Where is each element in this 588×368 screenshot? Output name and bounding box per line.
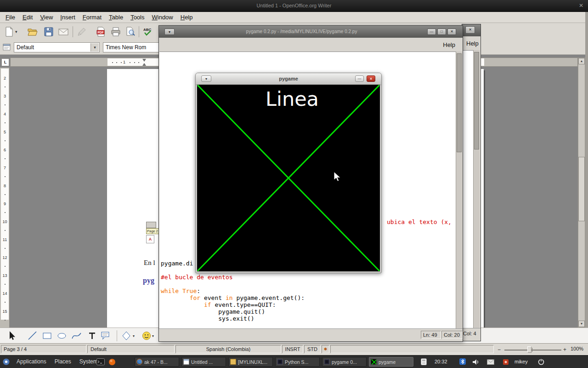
spellcheck-icon[interactable]: ABC — [142, 26, 153, 37]
close-icon[interactable]: ✕ — [579, 2, 583, 9]
network-status-icon[interactable] — [503, 359, 509, 365]
document-modified-icon[interactable]: ✱ — [322, 345, 329, 353]
scrollbar-thumb[interactable] — [474, 52, 479, 150]
code-line: sys.exit() — [161, 315, 305, 322]
ruler-tick — [5, 248, 6, 249]
menu-tools[interactable]: Tools — [127, 12, 148, 23]
menu-view[interactable]: View — [36, 12, 57, 23]
editor-titlebar[interactable]: ▾ pygame 0.2.py - /media/MYLINUXLIVE/pyg… — [159, 26, 463, 38]
smiley-dropdown-icon[interactable]: ▾ — [152, 334, 154, 338]
background-editor-menu-help[interactable]: Help — [466, 40, 479, 47]
page-indicator[interactable]: Page 3 / 4 — [1, 345, 86, 353]
scroll-down-icon[interactable]: ▼ — [578, 321, 585, 327]
menu-help[interactable]: Help — [177, 12, 197, 23]
volume-icon[interactable] — [472, 359, 480, 365]
scroll-up-icon[interactable]: ▲ — [578, 58, 585, 64]
background-editor-window[interactable]: ✕ Help Col: 4 — [462, 24, 481, 341]
palette-button[interactable]: A — [146, 235, 154, 243]
bluetooth-icon[interactable] — [459, 358, 466, 365]
document-vertical-scrollbar[interactable]: ▲ ▼ — [578, 58, 585, 328]
menu-file[interactable]: File — [2, 12, 19, 23]
task-ak-47-b[interactable]: ak 47 - B... — [135, 357, 179, 367]
editor-menu-help[interactable]: Help — [443, 41, 455, 48]
task-untitled[interactable]: Untitled ... — [181, 357, 226, 367]
background-editor-text-area[interactable] — [463, 50, 473, 328]
task-python-s[interactable]: Python S... — [275, 357, 320, 367]
minimize-icon[interactable]: — — [355, 75, 364, 82]
taskbar-menu-applications[interactable]: Applications — [12, 356, 51, 368]
menu-insert[interactable]: Insert — [57, 12, 79, 23]
task-mylinuxl[interactable]: [MYLINUXL... — [228, 357, 273, 367]
ruler-number: 6 — [1, 148, 9, 152]
edit-file-icon[interactable] — [76, 26, 87, 37]
styles-icon[interactable] — [3, 44, 11, 51]
open-icon[interactable] — [27, 26, 38, 37]
menu-table[interactable]: Table — [105, 12, 127, 23]
floating-palette: Page 2 A — [146, 222, 156, 228]
scrollbar-thumb[interactable] — [457, 53, 462, 152]
zoom-in-icon[interactable]: + — [563, 346, 566, 353]
taskbar-menu-places[interactable]: Places — [51, 356, 75, 368]
menu-window[interactable]: Window — [148, 12, 176, 23]
maximize-icon[interactable]: □ — [437, 29, 446, 35]
palette-header[interactable] — [146, 222, 156, 228]
minimize-icon[interactable]: — — [427, 29, 436, 35]
selection-mode-indicator[interactable]: STD — [304, 345, 321, 353]
chevron-down-icon[interactable]: ▾ — [90, 43, 99, 52]
first-line-indent-marker[interactable] — [142, 59, 146, 62]
scrollbar-thumb[interactable] — [578, 157, 585, 221]
pygame-window[interactable]: ▾ pygame — ✕ Linea — [195, 73, 382, 273]
writer-window-titlebar[interactable]: Untitled 1 - OpenOffice.org Writer ✕ — [0, 0, 588, 12]
task-pygame-0[interactable]: pygame 0... — [322, 357, 367, 367]
callout-tool-icon[interactable] — [100, 330, 112, 342]
close-icon[interactable]: ✕ — [447, 29, 456, 35]
basic-shapes-dropdown-icon[interactable]: ▾ — [133, 334, 135, 338]
basic-shapes-icon[interactable] — [120, 330, 132, 342]
line-tool-icon[interactable] — [27, 330, 39, 342]
browser-launcher-icon[interactable] — [108, 358, 116, 366]
zoom-value[interactable]: 100% — [569, 345, 585, 353]
editor-scrollbar[interactable] — [456, 52, 462, 330]
mail-icon[interactable] — [487, 359, 494, 365]
left-indent-marker[interactable] — [142, 63, 146, 66]
background-editor-scrollbar[interactable] — [473, 50, 480, 328]
clock[interactable]: 20:32 — [435, 359, 447, 364]
zoom-out-icon[interactable]: − — [498, 346, 501, 353]
terminal-launcher-icon[interactable] — [96, 358, 105, 365]
pygame-titlebar[interactable]: ▾ pygame — ✕ — [196, 73, 381, 85]
rectangle-tool-icon[interactable] — [41, 330, 53, 342]
distro-logo-icon[interactable] — [3, 358, 10, 365]
task-pygame[interactable]: pygame — [369, 357, 413, 367]
pygame-canvas[interactable]: Linea — [197, 85, 380, 271]
page-style-indicator[interactable]: Default — [87, 345, 175, 353]
text-tool-icon[interactable] — [86, 330, 98, 342]
zoom-slider[interactable] — [504, 350, 561, 351]
background-editor-titlebar[interactable]: ✕ — [462, 24, 481, 36]
new-document-dropdown-icon[interactable]: ▾ — [15, 29, 17, 34]
close-icon[interactable]: ✕ — [367, 75, 375, 82]
paragraph-style-combo[interactable]: Default ▾ — [14, 42, 100, 52]
select-tool-icon[interactable] — [6, 330, 18, 342]
page-preview-icon[interactable] — [125, 26, 136, 37]
ellipse-tool-icon[interactable] — [56, 330, 68, 342]
new-document-icon[interactable] — [4, 26, 15, 37]
close-icon[interactable]: ✕ — [465, 26, 475, 34]
smiley-icon[interactable] — [141, 330, 153, 342]
menu-edit[interactable]: Edit — [19, 12, 36, 23]
language-indicator[interactable]: Spanish (Colombia) — [175, 345, 281, 353]
email-icon[interactable] — [58, 26, 69, 37]
keyboard-indicator-icon[interactable] — [421, 358, 427, 365]
export-pdf-icon[interactable]: PDF — [96, 26, 107, 37]
menu-format[interactable]: Format — [79, 12, 105, 23]
insert-mode-indicator[interactable]: INSRT — [282, 345, 303, 353]
freeform-tool-icon[interactable] — [71, 330, 83, 342]
power-icon[interactable] — [537, 358, 545, 366]
python-icon — [277, 359, 283, 365]
user-menu[interactable]: mikey — [514, 359, 528, 364]
save-icon[interactable] — [43, 26, 54, 37]
window-menu-icon[interactable]: ▾ — [164, 29, 175, 35]
zoom-slider-thumb[interactable] — [527, 346, 531, 353]
vertical-ruler[interactable]: 23456789101112131415 — [0, 68, 10, 328]
tab-stop-selector[interactable]: L — [1, 58, 9, 66]
print-icon[interactable] — [110, 26, 121, 37]
